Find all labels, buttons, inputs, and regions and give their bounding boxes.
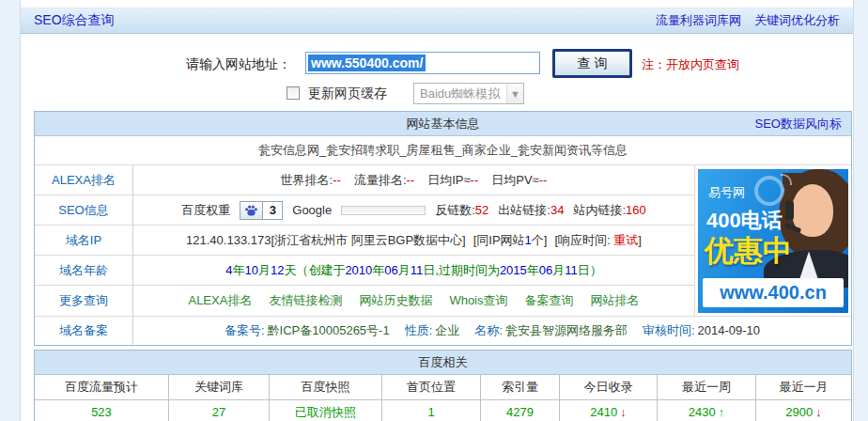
backlinks-stat: 反链数:52 <box>435 202 488 219</box>
note-text: 注：开放内页查询 <box>642 56 739 73</box>
col-last-month: 最近一月 <box>756 375 851 399</box>
inner-page-query-link[interactable]: 开放内页查询 <box>666 57 739 71</box>
link-keyword-analysis[interactable]: 关键词优化分析 <box>754 12 840 29</box>
trend-down-icon: ↓ <box>620 405 627 419</box>
page: SEO综合查询 流量利器词库网 关键词优化分析 请输入网站地址： www.550… <box>0 0 868 421</box>
note-prefix: 注： <box>642 57 666 71</box>
spider-select[interactable]: Baidu蜘蛛模拟 ▼ <box>413 83 524 104</box>
top-header-bar: SEO综合查询 流量利器词库网 关键词优化分析 <box>21 8 853 34</box>
more-link-history[interactable]: 网站历史数据 <box>359 292 432 309</box>
outbound-links-stat: 出站链接:34 <box>498 202 564 219</box>
col-baidu-traffic-estimate: 百度流量预计 <box>35 375 169 399</box>
internal-links-stat: 站内链接:160 <box>573 202 645 219</box>
domain-ip-row: 域名IP 121.40.133.173[浙江省杭州市 阿里云BGP数据中心] [… <box>35 226 694 256</box>
value-last-month[interactable]: 2900↓ <box>756 400 851 421</box>
ad-brand-text: 易号网 <box>708 184 745 201</box>
baidu-table-title: 百度相关 <box>419 354 468 371</box>
value-today-indexed[interactable]: 2410↓ <box>560 400 658 421</box>
update-cache-label: 更新网页缓存 <box>308 86 387 102</box>
col-keyword-thesaurus: 关键词库 <box>169 375 270 399</box>
google-pr-label: Google <box>292 203 332 217</box>
url-input-label: 请输入网站地址： <box>186 56 291 73</box>
more-link-friend-check[interactable]: 友情链接检测 <box>269 292 342 309</box>
url-input[interactable]: www.550400.com/ <box>305 52 540 74</box>
ad-logo-icon <box>754 176 784 206</box>
chevron-down-icon: ▼ <box>506 84 523 103</box>
baidu-table-values-row: 523 27 已取消快照 1 4279 2410↓ 2430↑ 2900↓ <box>35 400 851 421</box>
col-homepage-position: 首页位置 <box>382 375 481 399</box>
more-link-alexa[interactable]: ALEXA排名 <box>188 292 252 309</box>
col-today-indexed: 今日收录 <box>560 375 658 399</box>
value-keyword-thesaurus[interactable]: 27 <box>169 400 270 421</box>
ad-banner-400[interactable]: 易号网 400电话 优惠中 www.400.cn <box>698 169 848 313</box>
trend-up-icon: ↑ <box>719 405 725 419</box>
world-rank: 世界排名:-- <box>281 172 341 189</box>
beian-name: 名称:瓮安县智源网络服务部 <box>474 322 628 339</box>
site-title-row: 瓮安信息网_瓮安招聘求职_房屋租售_商家企业_瓮安新闻资讯等信息 <box>35 136 851 165</box>
basic-table-title: 网站基本信息 <box>407 116 480 133</box>
more-query-row: 更多查询 ALEXA排名 友情链接检测 网站历史数据 Whois查询 备案查询 … <box>35 286 694 316</box>
baidu-weight-label: 百度权重 <box>181 202 230 219</box>
value-last-week[interactable]: 2430↑ <box>658 400 756 421</box>
traffic-rank: 流量排名:-- <box>354 172 414 189</box>
baidu-weight-badge[interactable]: 3 <box>240 201 283 220</box>
daily-ip: 日均IP≈-- <box>427 172 478 189</box>
url-input-selected-text: www.550400.com/ <box>308 55 426 71</box>
beian-audit-date: 审核时间:2014-09-10 <box>643 322 760 339</box>
ip-address-text: 121.40.133.173[浙江省杭州市 阿里云BGP数据中心] <box>186 232 466 249</box>
basic-info-table: 网站基本信息 SEO数据风向标 瓮安信息网_瓮安招聘求职_房屋租售_商家企业_瓮… <box>34 111 852 346</box>
value-homepage-position[interactable]: 1 <box>382 400 481 421</box>
seo-trend-link[interactable]: SEO数据风向标 <box>755 116 842 133</box>
beian-nature: 性质:企业 <box>405 322 460 339</box>
more-link-rank[interactable]: 网站排名 <box>591 292 640 309</box>
daily-pv: 日均PV≈-- <box>491 172 547 189</box>
response-time: [响应时间: 重试] <box>554 232 641 249</box>
col-baidu-snapshot: 百度快照 <box>270 375 382 399</box>
col-last-week: 最近一周 <box>658 375 756 399</box>
topbar-links: 流量利器词库网 关键词优化分析 <box>656 12 840 29</box>
query-button[interactable]: 查 询 <box>552 49 632 78</box>
seo-info-row-label: SEO信息 <box>35 195 133 225</box>
update-cache-checkbox[interactable] <box>287 86 300 100</box>
headset-icon <box>785 201 794 220</box>
domain-age-row-label: 域名年龄 <box>35 256 133 285</box>
more-query-row-label: 更多查询 <box>35 286 133 316</box>
domain-beian-row: 域名备案 备案号:黔ICP备10005265号-1 性质:企业 名称:瓮安县智源… <box>35 317 851 345</box>
ad-column: 易号网 400电话 优惠中 www.400.cn <box>694 165 851 316</box>
col-index-volume: 索引量 <box>481 375 560 399</box>
baidu-table-header-row: 百度流量预计 关键词库 百度快照 首页位置 索引量 今日收录 最近一周 最近一月 <box>35 375 851 400</box>
page-title: SEO综合查询 <box>34 12 115 29</box>
baidu-related-table: 百度相关 百度流量预计 关键词库 百度快照 首页位置 索引量 今日收录 最近一周… <box>34 350 852 421</box>
ad-promo-text: 优惠中 <box>705 231 792 271</box>
alexa-row-label: ALEXA排名 <box>35 165 133 195</box>
same-ip-sites: [同IP网站1个] <box>473 232 548 249</box>
ad-url-link[interactable]: www.400.cn <box>703 278 844 307</box>
beian-number: 备案号:黔ICP备10005265号-1 <box>225 322 390 339</box>
value-index-volume[interactable]: 4279 <box>481 400 560 421</box>
value-baidu-traffic-estimate[interactable]: 523 <box>35 400 169 421</box>
spider-select-value: Baidu蜘蛛模拟 <box>420 86 500 102</box>
basic-table-caption: 网站基本信息 SEO数据风向标 <box>35 112 851 136</box>
more-link-whois[interactable]: Whois查询 <box>449 292 507 309</box>
main-content: SEO综合查询 流量利器词库网 关键词优化分析 请输入网站地址： www.550… <box>20 0 854 421</box>
trend-down-icon: ↓ <box>815 405 822 419</box>
baidu-weight-value: 3 <box>262 202 282 219</box>
domain-ip-row-label: 域名IP <box>35 226 133 255</box>
domain-age-text: 4年10月12天（创建于2010年06月11日,过期时间为2015年06月11日… <box>225 262 602 279</box>
baidu-table-caption: 百度相关 <box>35 351 851 375</box>
google-pr-bar <box>341 206 426 215</box>
link-traffic-thesaurus[interactable]: 流量利器词库网 <box>656 12 741 29</box>
seo-info-row: SEO信息 百度权重 3 Google 反链数:52 <box>35 195 694 226</box>
more-link-beian[interactable]: 备案查询 <box>525 292 574 309</box>
site-title-text: 瓮安信息网_瓮安招聘求职_房屋租售_商家企业_瓮安新闻资讯等信息 <box>258 142 628 159</box>
value-baidu-snapshot[interactable]: 已取消快照 <box>270 400 382 421</box>
alexa-row: ALEXA排名 世界排名:-- 流量排名:-- 日均IP≈-- 日均PV≈-- <box>35 165 694 195</box>
retry-link[interactable]: 重试 <box>613 233 638 247</box>
baidu-paw-icon <box>240 202 262 219</box>
domain-age-row: 域名年龄 4年10月12天（创建于2010年06月11日,过期时间为2015年0… <box>35 256 694 286</box>
domain-beian-row-label: 域名备案 <box>35 317 133 345</box>
